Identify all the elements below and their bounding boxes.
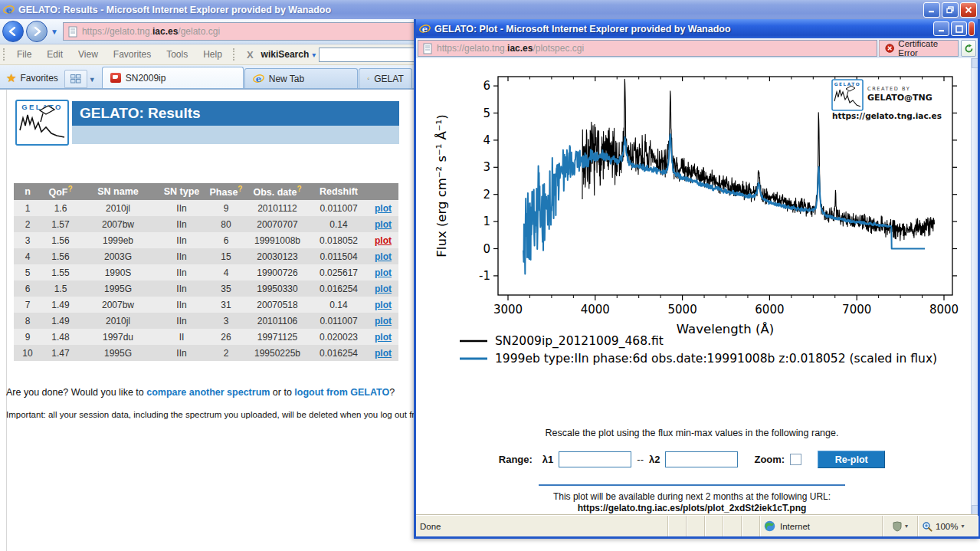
url-prefix: https://gelato.tng. [82, 26, 152, 37]
cell-obs_date: 20070707 [245, 216, 310, 232]
range-separator: -- [637, 454, 644, 465]
done-question: Are you done? Would you like to compare … [6, 387, 395, 398]
protected-dropdown-icon[interactable]: ▾ [905, 523, 908, 530]
plot-link-row-1[interactable]: plot [375, 203, 392, 214]
cell-qof: 1.5 [41, 280, 80, 297]
history-dropdown-icon[interactable]: ▼ [51, 28, 58, 36]
page-icon2 [422, 43, 434, 54]
menu-item-view[interactable]: View [70, 46, 106, 63]
zoom-label: Zoom: [754, 454, 785, 465]
scroll-up-arrow[interactable] [972, 58, 978, 68]
plot-titlebar[interactable]: e GELATO: Plot - Microsoft Internet Expl… [416, 19, 978, 38]
lambda1-input[interactable] [559, 451, 631, 467]
replot-button[interactable]: Re-plot [818, 451, 885, 468]
spectrum-plot: -10123456300040005000600070008000Wavelen… [423, 63, 972, 377]
close-button[interactable] [960, 2, 977, 18]
tab-list-dropdown-icon[interactable]: ▼ [89, 76, 96, 84]
cell-obs_date: 20101106 [245, 313, 310, 329]
cell-n: 8 [14, 313, 41, 329]
close-toolbar-button[interactable]: X [239, 49, 261, 61]
ie-favicon2: e [367, 73, 370, 84]
cell-obs_date: 19971125 [245, 329, 310, 345]
cell-phase: 6 [207, 232, 245, 248]
plot-link-row-10[interactable]: plot [375, 348, 392, 359]
zone-label: Internet [780, 522, 810, 531]
page-title-subbar [72, 126, 399, 144]
menu-item-edit[interactable]: Edit [39, 46, 70, 63]
compare-another-spectrum-link[interactable]: compare another spectrum [146, 387, 270, 398]
rescale-instruction: Rescale the plot using the flux min-max … [416, 428, 968, 438]
quick-tabs-button[interactable] [64, 70, 87, 88]
certificate-error-button[interactable]: Certificate Error [879, 40, 959, 57]
table-row: 71.492007bwIIn31200705180.14plot [14, 297, 398, 313]
scroll-down-arrow[interactable] [972, 505, 978, 515]
toolbar-search-input[interactable] [319, 48, 415, 62]
favorites-button[interactable]: ★ Favorites [0, 68, 64, 88]
cell-sn_name: 2003G [80, 248, 156, 264]
zoom-dropdown-icon[interactable]: ▾ [961, 523, 964, 530]
plot-link-row-8[interactable]: plot [375, 316, 392, 326]
plot-close-button[interactable] [969, 21, 975, 36]
svg-text:e: e [6, 5, 11, 15]
plot-minimize-button[interactable] [933, 21, 949, 36]
done-q-text3: ? [389, 387, 395, 398]
certificate-error-label: Certificate Error [898, 39, 952, 57]
restore-button[interactable] [942, 2, 959, 18]
cell-phase: 2 [207, 345, 245, 361]
menu-item-favorites[interactable]: Favorites [106, 46, 159, 63]
minimize-button[interactable] [923, 2, 940, 18]
menu-item-file[interactable]: File [9, 46, 39, 63]
cell-redshift: 0.016254 [310, 280, 368, 297]
plot-window: e GELATO: Plot - Microsoft Internet Expl… [414, 19, 980, 539]
lambda2-input[interactable] [665, 451, 738, 467]
svg-text:1: 1 [483, 215, 490, 228]
tab-new-tab[interactable]: e New Tab [244, 68, 358, 88]
protected-mode-control[interactable]: ▾ [883, 516, 918, 536]
svg-text:-1: -1 [479, 269, 490, 283]
search-engine-label[interactable]: wikiSearch [261, 49, 313, 60]
cell-qof: 1.47 [41, 345, 80, 361]
plot-link-row-3[interactable]: plot [375, 235, 392, 246]
tab-sn2009ip-label: SN2009ip [126, 73, 166, 84]
column-header-SN type: SN type [156, 183, 207, 200]
plot-maximize-button[interactable] [951, 21, 967, 36]
plot-link-row-4[interactable]: plot [375, 251, 392, 262]
plot-link-row-5[interactable]: plot [375, 267, 392, 278]
plot-link-row-7[interactable]: plot [375, 300, 392, 310]
back-button[interactable] [2, 21, 24, 42]
menu-item-tools[interactable]: Tools [159, 46, 195, 63]
plot-link-row-6[interactable]: plot [375, 284, 392, 294]
plot-link-row-2[interactable]: plot [375, 219, 392, 230]
toolbar-grip2 [233, 48, 234, 61]
forward-button[interactable] [26, 21, 48, 42]
range-label: Range: [499, 454, 533, 465]
availability-url: https://gelato.tng.iac.es/plots/plot_2xd… [416, 503, 968, 513]
search-engine-dropdown-icon[interactable]: ▾ [312, 51, 316, 59]
lambda1-label: λ1 [542, 454, 553, 465]
plot-link-row-9[interactable]: plot [375, 332, 392, 343]
cell-sn_name: 2010jl [80, 200, 156, 216]
svg-text:2: 2 [483, 188, 490, 202]
zoom-checkbox[interactable] [790, 454, 801, 465]
menu-item-help[interactable]: Help [195, 46, 230, 63]
ie-favicon: e [253, 73, 264, 84]
results-titlebar[interactable]: e GELATO: Results - Microsoft Internet E… [0, 0, 980, 19]
availability-text: This plot will be available during next … [416, 491, 968, 502]
cell-sn_name: 2007bw [80, 216, 156, 232]
column-header-Phase: Phase? [207, 183, 245, 200]
tab-gelato[interactable]: e GELAT [359, 68, 412, 88]
cell-phase: 9 [207, 200, 245, 216]
svg-text:6: 6 [483, 79, 490, 93]
vertical-scrollbar[interactable] [971, 58, 978, 515]
svg-text:e: e [256, 74, 261, 84]
zoom-control[interactable]: 100% ▾ [918, 516, 978, 536]
table-row: 21.572007bwIIn80200707070.14plot [14, 216, 398, 232]
cell-n: 1 [14, 200, 41, 216]
column-header-QoF: QoF? [41, 183, 80, 200]
refresh-button[interactable] [961, 40, 976, 57]
page-title-bar: GELATO: Results [72, 101, 399, 126]
cell-redshift: 0.025617 [310, 264, 368, 280]
tab-sn2009ip[interactable]: SN2009ip [102, 67, 244, 88]
plot-address-bar[interactable]: https://gelato.tng.iac.es/plotspec.cgi [418, 40, 877, 57]
logout-link[interactable]: logout from GELATO [294, 387, 389, 398]
